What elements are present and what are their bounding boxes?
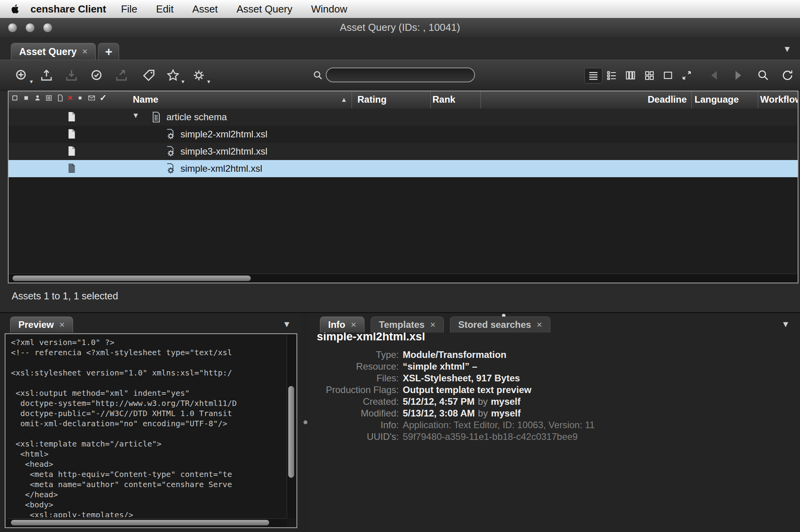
tab-preview[interactable]: Preview ×: [10, 317, 73, 333]
toolbar: ▾ ▾ ▾: [0, 60, 800, 91]
page-icon[interactable]: [56, 94, 64, 102]
asset-name: simple2-xml2html.xsl: [180, 129, 268, 140]
menu-item-file[interactable]: File: [112, 3, 147, 15]
upload-asset-button[interactable]: [35, 64, 58, 87]
schema-asset-icon: [151, 111, 162, 123]
info-row-info: Info: Application: Text Editor, ID: 1006…: [317, 420, 800, 431]
column-header-rating[interactable]: Rating: [357, 94, 387, 105]
close-window-button[interactable]: [8, 23, 17, 32]
column-divider[interactable]: [691, 91, 692, 109]
code-line: </head>: [11, 489, 285, 500]
close-icon[interactable]: ×: [59, 319, 65, 330]
chevron-down-icon[interactable]: ▼: [781, 319, 790, 329]
scrollbar-thumb[interactable]: [288, 386, 294, 478]
square-small-icon[interactable]: [76, 94, 84, 102]
column-divider[interactable]: [758, 91, 758, 109]
checkout-asset-button[interactable]: [85, 64, 108, 87]
close-icon[interactable]: ×: [430, 319, 436, 330]
tab-info[interactable]: Info ×: [320, 317, 364, 333]
zoom-window-button[interactable]: [43, 23, 52, 32]
tab-label: Preview: [18, 319, 54, 330]
column-view-button[interactable]: [622, 68, 639, 83]
fullscreen-view-button[interactable]: [678, 68, 695, 83]
delete-x-icon[interactable]: ×: [68, 94, 73, 102]
xsl-transformation-icon: [165, 146, 176, 157]
chevron-down-icon[interactable]: ▼: [282, 319, 291, 329]
minimize-window-button[interactable]: [25, 23, 35, 32]
code-line: doctype-system="http://www.w3.org/TR/xht…: [11, 398, 285, 408]
xsl-transformation-icon: [165, 128, 176, 140]
tab-asset-query[interactable]: Asset Query ×: [11, 43, 96, 60]
column-header-rank[interactable]: Rank: [432, 94, 455, 105]
column-header-name[interactable]: Name: [133, 94, 158, 105]
forward-button[interactable]: [730, 67, 747, 84]
xsl-transformation-icon: [165, 163, 176, 174]
table-row[interactable]: simple2-xml2html.xsl: [9, 126, 798, 143]
square-filled-icon[interactable]: [22, 94, 30, 102]
column-header-workflow[interactable]: Workflow: [760, 94, 798, 105]
close-icon[interactable]: ×: [82, 46, 88, 57]
list-icon[interactable]: [45, 94, 53, 102]
detail-view-button[interactable]: [603, 68, 620, 83]
chevron-down-icon[interactable]: ▼: [783, 44, 791, 54]
sort-ascending-icon[interactable]: ▲: [341, 96, 347, 104]
scrollbar-thumb[interactable]: [12, 276, 251, 281]
menu-app-name[interactable]: censhare Client: [30, 3, 106, 15]
tab-label: Info: [328, 319, 345, 330]
export-asset-button: [110, 64, 133, 87]
document-icon: [67, 129, 76, 139]
checkmark-icon[interactable]: ✓: [100, 94, 107, 102]
code-line: <?xml version="1.0" ?>: [11, 337, 285, 347]
document-icon: [67, 112, 76, 122]
menu-item-window[interactable]: Window: [302, 3, 356, 15]
preview-vertical-scrollbar[interactable]: [287, 335, 296, 518]
bottom-panels: Preview × ▼ <?xml version="1.0" ?> <!-- …: [0, 312, 800, 532]
splitter-handle-icon[interactable]: [304, 420, 307, 424]
info-tab-bar: Info × Templates × Stored searches × ▼: [310, 313, 800, 333]
favorite-star-button[interactable]: ▾: [162, 64, 184, 87]
add-tab-button[interactable]: +: [98, 43, 119, 60]
table-row[interactable]: ▼ article schema: [9, 109, 798, 126]
table-row-selected[interactable]: simple-xml2html.xsl: [9, 160, 798, 177]
apple-menu-icon[interactable]: [9, 3, 20, 15]
window-controls: [8, 23, 52, 32]
menu-item-asset[interactable]: Asset: [183, 3, 227, 15]
search-input[interactable]: [326, 68, 475, 82]
user-icon[interactable]: [34, 94, 41, 102]
query-tab-bar: Asset Query × + ▼: [0, 37, 800, 60]
table-horizontal-scrollbar[interactable]: [9, 274, 798, 283]
scrollbar-thumb[interactable]: [11, 520, 269, 525]
preview-panel: Preview × ▼ <?xml version="1.0" ?> <!-- …: [0, 313, 301, 532]
panel-splitter[interactable]: [301, 313, 310, 532]
new-asset-button[interactable]: ▾: [10, 64, 33, 87]
tab-stored-searches[interactable]: Stored searches ×: [450, 317, 550, 333]
info-row-files: Files: XSL-Stylesheet, 917 Bytes: [317, 373, 800, 384]
close-icon[interactable]: ×: [537, 319, 542, 330]
envelope-icon[interactable]: [88, 94, 96, 102]
preview-horizontal-scrollbar[interactable]: [6, 518, 286, 527]
chevron-down-icon: ▾: [207, 78, 210, 85]
single-view-button[interactable]: [659, 68, 677, 83]
column-divider[interactable]: [480, 91, 481, 109]
table-row[interactable]: simple3-xml2html.xsl: [9, 143, 798, 160]
menu-item-edit[interactable]: Edit: [147, 3, 183, 15]
column-header-language[interactable]: Language: [695, 94, 739, 105]
code-line: doctype-public="-//W3C//DTD XHTML 1.0 Tr…: [11, 408, 285, 418]
refresh-button[interactable]: [779, 67, 796, 84]
settings-gear-button[interactable]: ▾: [188, 64, 210, 87]
disclosure-triangle-icon[interactable]: ▼: [132, 111, 139, 120]
close-icon[interactable]: ×: [351, 319, 356, 330]
column-divider[interactable]: [430, 91, 431, 109]
thumbnail-view-button[interactable]: [641, 68, 658, 83]
tab-label: Asset Query: [19, 46, 77, 57]
info-panel: Info × Templates × Stored searches × ▼ s…: [310, 313, 800, 532]
menu-item-asset-query[interactable]: Asset Query: [227, 3, 302, 15]
tab-templates[interactable]: Templates ×: [371, 317, 444, 333]
column-divider[interactable]: [352, 91, 352, 109]
column-header-deadline[interactable]: Deadline: [618, 94, 687, 105]
list-view-button[interactable]: [584, 68, 602, 84]
back-button: [705, 67, 723, 84]
zoom-search-button[interactable]: [755, 67, 772, 84]
square-outline-icon[interactable]: [11, 94, 19, 102]
tag-button[interactable]: [138, 64, 160, 87]
